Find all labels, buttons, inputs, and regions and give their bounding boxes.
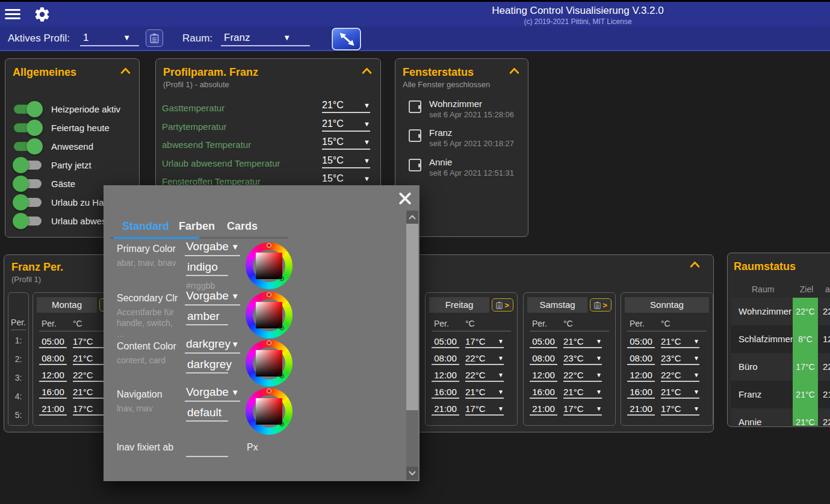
temp-dropdown[interactable]: 17°C▼: [661, 404, 699, 416]
preset-dropdown[interactable]: Vorgabe▼: [185, 240, 240, 256]
toggle-heizperiode[interactable]: [14, 105, 42, 114]
temp-dropdown[interactable]: 23°C▼: [563, 353, 602, 365]
tab-standard[interactable]: Standard: [122, 220, 169, 233]
temp-dropdown[interactable]: 21°C▼: [661, 336, 699, 348]
expand-button[interactable]: [332, 28, 361, 51]
time-field[interactable]: 08:00: [627, 353, 655, 365]
collapse-chevron-icon[interactable]: [509, 67, 519, 74]
time-field[interactable]: 08:00: [39, 353, 67, 365]
temp-dropdown[interactable]: 17°C▼: [465, 336, 504, 348]
time-field[interactable]: 21:00: [39, 404, 67, 416]
copy-profile-button[interactable]: [146, 29, 163, 47]
scroll-down-button[interactable]: [406, 467, 418, 480]
day-card-samstag: Samstag > Per.°C 05:0021°C▼ 08:0023°C▼ 1…: [523, 292, 616, 426]
time-field[interactable]: 21:00: [627, 404, 655, 416]
temp-dropdown[interactable]: 22°C▼: [661, 370, 699, 382]
temp-dropdown[interactable]: 21°C▼: [563, 336, 602, 348]
time-field[interactable]: 21:00: [432, 404, 459, 416]
color-input[interactable]: amber: [186, 310, 228, 325]
color-input[interactable]: darkgrey: [186, 358, 228, 373]
active-profile-select[interactable]: 1 ▼: [80, 30, 139, 46]
scroll-up-button[interactable]: [406, 211, 418, 224]
active-tab-underline: [114, 237, 199, 239]
saturation-square[interactable]: [256, 253, 282, 279]
toggle-anwesend[interactable]: [14, 142, 42, 151]
temp-dropdown[interactable]: 22°C▼: [465, 353, 504, 365]
time-field[interactable]: 05:00: [39, 336, 67, 348]
color-wheel[interactable]: [246, 242, 293, 289]
gear-icon[interactable]: [34, 6, 51, 23]
dialog-scrollbar[interactable]: [406, 211, 418, 480]
temp-dropdown[interactable]: 21°C▼: [465, 387, 504, 399]
tab-farben[interactable]: Farben: [179, 220, 215, 233]
time-field[interactable]: 16:00: [530, 387, 557, 399]
temp-dropdown[interactable]: 15°C▼: [322, 173, 370, 186]
saturation-square[interactable]: [256, 350, 282, 376]
time-field[interactable]: 12:00: [432, 370, 459, 382]
toggle-feiertag[interactable]: [14, 123, 42, 132]
time-field[interactable]: 08:00: [432, 353, 459, 365]
collapse-chevron-icon[interactable]: [362, 67, 372, 74]
window-item: Wohnzimmerseit 6 Apr 2021 15:28:06: [409, 99, 514, 119]
preset-dropdown[interactable]: Vorgabe▼: [185, 289, 240, 306]
param-row: Fensteroffen Temperatur15°C▼: [162, 173, 370, 186]
toggle-urlaub-abwesend[interactable]: [14, 217, 42, 226]
saturation-square[interactable]: [256, 302, 282, 328]
temp-dropdown[interactable]: 21°C▼: [322, 100, 370, 113]
param-row: Urlaub abwesend Temperatur15°C▼: [162, 155, 370, 168]
temp-dropdown[interactable]: 21°C▼: [563, 387, 602, 399]
scrollbar-thumb[interactable]: [406, 224, 418, 410]
time-field[interactable]: 08:00: [530, 353, 557, 365]
dropdown-caret-icon: ▼: [693, 389, 699, 395]
preset-dropdown[interactable]: Vorgabe▼: [185, 386, 240, 402]
color-input[interactable]: indigo: [186, 260, 228, 276]
time-field[interactable]: 21:00: [530, 404, 557, 416]
collapse-chevron-icon[interactable]: [690, 261, 700, 268]
time-field[interactable]: 12:00: [627, 370, 655, 382]
app-header-bar: Heating Control Visualisierung V.3.2.0 (…: [0, 2, 830, 26]
time-field[interactable]: 05:00: [432, 336, 459, 348]
clipboard-icon: [150, 33, 159, 43]
window-item: Annieseit 6 Apr 2021 12:51:31: [409, 157, 514, 177]
temp-dropdown[interactable]: 22°C▼: [465, 370, 504, 382]
color-wheel[interactable]: [246, 292, 293, 339]
time-field[interactable]: 12:00: [530, 370, 557, 382]
table-row: Büro17°C22: [731, 353, 830, 381]
toggle-party[interactable]: [14, 161, 42, 170]
toggle-gaeste[interactable]: [14, 179, 42, 188]
time-field[interactable]: 12:00: [39, 370, 67, 382]
scrollbar-track[interactable]: [406, 410, 418, 467]
collapse-chevron-icon[interactable]: [120, 67, 131, 74]
toggle-urlaub-zu-hause[interactable]: [14, 198, 42, 207]
color-wheel[interactable]: [246, 388, 293, 435]
close-icon[interactable]: [398, 191, 412, 206]
app-root: Heating Control Visualisierung V.3.2.0 (…: [0, 0, 830, 504]
preset-dropdown[interactable]: darkgrey▼: [185, 337, 240, 354]
time-field[interactable]: 16:00: [432, 387, 459, 399]
dropdown-caret-icon: ▼: [596, 405, 602, 412]
hamburger-menu-icon[interactable]: [5, 9, 20, 20]
copy-day-button[interactable]: >: [492, 298, 513, 312]
copy-day-button[interactable]: >: [590, 298, 612, 312]
room-select[interactable]: Franz ▼: [221, 30, 310, 46]
temp-dropdown[interactable]: 17°C▼: [465, 404, 504, 416]
temp-dropdown[interactable]: 15°C▼: [322, 155, 370, 168]
time-field[interactable]: 05:00: [627, 336, 655, 348]
lnav-fixed-input[interactable]: [186, 444, 228, 457]
tab-cards[interactable]: Cards: [227, 220, 258, 233]
temp-dropdown[interactable]: 21°C▼: [661, 387, 699, 399]
field-label: Primary Color: [117, 244, 176, 254]
param-row: abwesend Temperatur15°C▼: [162, 137, 370, 150]
window-name: Wohnzimmer: [429, 99, 514, 109]
temp-dropdown[interactable]: 23°C▼: [661, 353, 699, 365]
temp-dropdown[interactable]: 22°C▼: [563, 370, 602, 382]
time-field[interactable]: 16:00: [39, 387, 67, 399]
saturation-square[interactable]: [256, 398, 282, 425]
color-wheel[interactable]: [246, 340, 293, 387]
color-input[interactable]: default: [186, 406, 228, 422]
temp-dropdown[interactable]: 21°C▼: [322, 118, 370, 132]
temp-dropdown[interactable]: 17°C▼: [563, 404, 602, 416]
time-field[interactable]: 05:00: [530, 336, 557, 348]
time-field[interactable]: 16:00: [627, 387, 655, 399]
temp-dropdown[interactable]: 15°C▼: [322, 137, 370, 150]
